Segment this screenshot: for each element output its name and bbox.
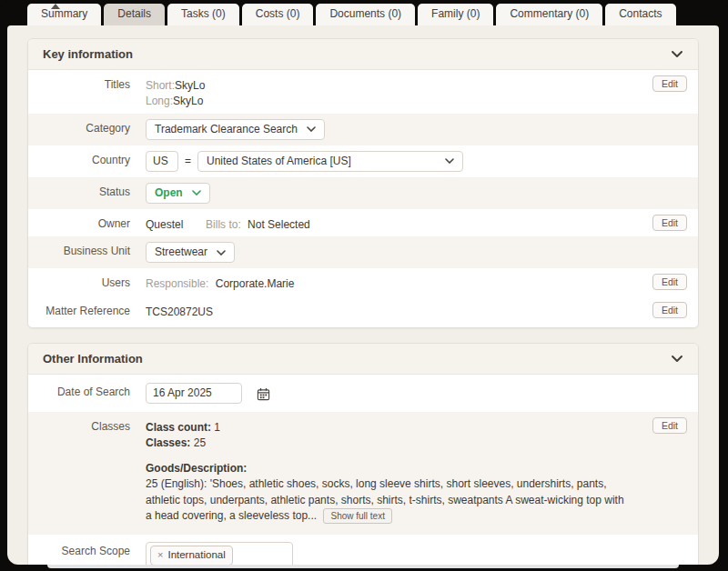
titles-row: Titles Short:SkyLo Long:SkyLo Edit bbox=[28, 70, 698, 114]
calendar-icon[interactable] bbox=[257, 385, 270, 401]
matter-reference-label: Matter Reference bbox=[41, 300, 130, 319]
tab-tasks[interactable]: Tasks (0) bbox=[167, 4, 239, 25]
chevron-down-icon[interactable] bbox=[671, 355, 683, 363]
owner-value: Questel bbox=[146, 218, 183, 231]
category-row: Category Trademark Clearance Search bbox=[28, 114, 698, 145]
chevron-down-icon[interactable] bbox=[671, 50, 683, 58]
business-unit-select[interactable]: Streetwear bbox=[146, 242, 235, 263]
short-title-value: SkyLo bbox=[175, 79, 205, 92]
country-selected-value: United States of America [US] bbox=[207, 154, 351, 169]
status-select[interactable]: Open bbox=[146, 183, 210, 204]
edit-titles-button[interactable]: Edit bbox=[652, 75, 687, 92]
edit-users-button[interactable]: Edit bbox=[652, 274, 687, 290]
matter-reference-row: Matter Reference TCS20872US Edit bbox=[28, 296, 698, 327]
business-unit-label: Business Unit bbox=[41, 240, 130, 259]
edit-matter-reference-button[interactable]: Edit bbox=[652, 302, 687, 318]
country-label: Country bbox=[41, 149, 130, 168]
tab-documents[interactable]: Documents (0) bbox=[316, 4, 415, 25]
goods-description-text-wrap: 25 (English): 'Shoes, athletic shoes, so… bbox=[146, 476, 627, 524]
titles-label: Titles bbox=[41, 74, 130, 93]
search-scope-tag: × International bbox=[150, 546, 233, 565]
other-information-title: Other Information bbox=[43, 352, 143, 366]
other-information-panel: Other Information Date of Search bbox=[27, 343, 699, 565]
business-unit-selected-value: Streetwear bbox=[155, 245, 207, 260]
responsible-prefix: Responsible: bbox=[146, 277, 208, 290]
chevron-down-icon bbox=[445, 158, 454, 164]
equals-sign: = bbox=[185, 154, 191, 169]
business-unit-row: Business Unit Streetwear bbox=[28, 236, 698, 268]
country-code-input[interactable] bbox=[146, 151, 178, 172]
window-canvas: Summary Details Tasks (0) Costs (0) Docu… bbox=[7, 4, 719, 568]
titles-value: Short:SkyLo Long:SkyLo bbox=[146, 74, 685, 110]
tab-bar: Summary Details Tasks (0) Costs (0) Docu… bbox=[7, 4, 719, 25]
status-row: Status Open bbox=[28, 177, 698, 209]
key-information-header[interactable]: Key information bbox=[28, 39, 698, 70]
tab-contacts[interactable]: Contacts bbox=[605, 4, 675, 25]
classes-row: Classes Class count: 1 Classes: 25 Goods… bbox=[28, 412, 698, 535]
tab-details[interactable]: Details bbox=[104, 4, 165, 25]
classes-value: 25 bbox=[194, 436, 206, 449]
chevron-down-icon bbox=[307, 126, 316, 132]
window-bottom-edge bbox=[47, 565, 679, 568]
date-of-search-label: Date of Search bbox=[41, 381, 130, 400]
status-selected-value: Open bbox=[155, 185, 183, 201]
country-row: Country = United States of America [US] bbox=[28, 145, 698, 177]
date-of-search-row: Date of Search bbox=[28, 375, 698, 412]
bills-to-value: Not Selected bbox=[248, 218, 310, 231]
date-of-search-input[interactable] bbox=[146, 383, 242, 404]
edit-classes-button[interactable]: Edit bbox=[652, 417, 687, 434]
search-scope-tag-value: International bbox=[167, 547, 225, 563]
search-scope-label: Search Scope bbox=[41, 540, 130, 559]
responsible-value: Corporate.Marie bbox=[216, 277, 295, 290]
short-title-prefix: Short: bbox=[146, 79, 175, 92]
category-select[interactable]: Trademark Clearance Search bbox=[146, 119, 325, 140]
owner-row: Owner Questel Bills to: Not Selected Edi… bbox=[28, 209, 698, 236]
search-scope-multiselect[interactable]: × International bbox=[146, 542, 293, 565]
classes-prefix: Classes: bbox=[146, 436, 190, 449]
status-label: Status bbox=[41, 181, 130, 200]
remove-tag-icon[interactable]: × bbox=[157, 548, 163, 563]
long-title-prefix: Long: bbox=[146, 95, 173, 107]
matter-details-screen: Summary Details Tasks (0) Costs (0) Docu… bbox=[0, 0, 728, 571]
matter-reference-value: TCS20872US bbox=[146, 306, 213, 318]
classes-label: Classes bbox=[41, 416, 130, 435]
tab-summary[interactable]: Summary bbox=[27, 4, 101, 25]
key-information-title: Key information bbox=[43, 47, 133, 61]
tab-commentary[interactable]: Commentary (0) bbox=[496, 4, 602, 25]
chevron-down-icon bbox=[217, 250, 226, 255]
category-selected-value: Trademark Clearance Search bbox=[155, 122, 298, 137]
chevron-down-icon bbox=[192, 190, 201, 195]
category-label: Category bbox=[41, 117, 130, 136]
caret-up-icon bbox=[51, 4, 60, 9]
country-select[interactable]: United States of America [US] bbox=[197, 151, 463, 172]
other-information-header[interactable]: Other Information bbox=[28, 344, 698, 375]
goods-description-heading: Goods/Description: bbox=[146, 461, 627, 476]
users-row: Users Responsible: Corporate.Marie Edit bbox=[28, 268, 698, 296]
key-information-panel: Key information Titles Short:SkyLo Long:… bbox=[27, 38, 699, 328]
owner-label: Owner bbox=[41, 213, 130, 232]
class-count-value: 1 bbox=[214, 421, 220, 434]
long-title-value: SkyLo bbox=[173, 95, 203, 107]
edit-owner-button[interactable]: Edit bbox=[652, 215, 687, 231]
search-scope-row: Search Scope × International bbox=[28, 535, 698, 565]
tab-family[interactable]: Family (0) bbox=[418, 4, 493, 25]
bills-to-prefix: Bills to: bbox=[206, 218, 241, 231]
class-count-prefix: Class count: bbox=[146, 421, 211, 434]
users-label: Users bbox=[41, 272, 130, 291]
tab-costs[interactable]: Costs (0) bbox=[242, 4, 314, 25]
details-page: Key information Titles Short:SkyLo Long:… bbox=[7, 25, 719, 565]
show-full-text-button[interactable]: Show full text bbox=[323, 508, 391, 524]
